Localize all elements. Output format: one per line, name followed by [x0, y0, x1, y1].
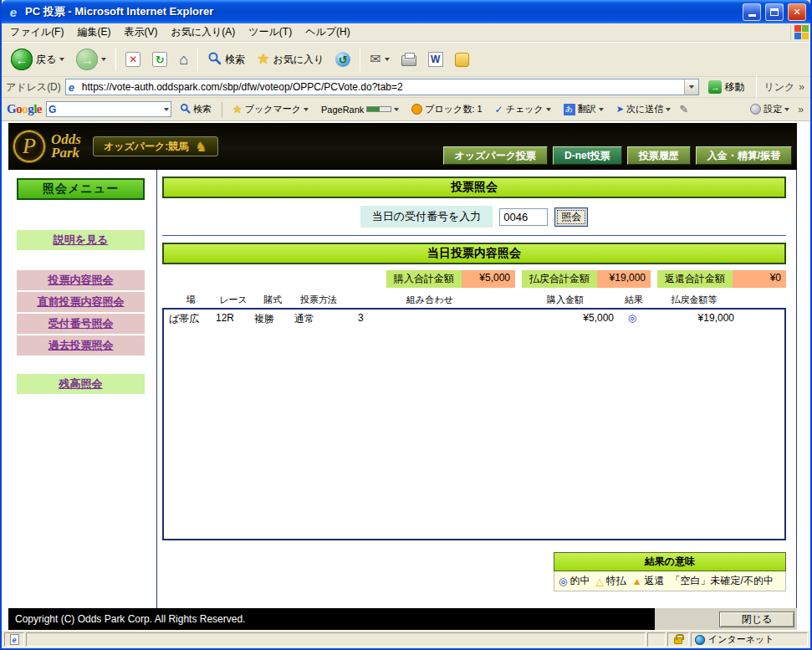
back-dropdown-icon[interactable] — [59, 58, 64, 61]
legend-hit-label: 的中 — [569, 574, 590, 588]
sidebar-item-recent-vote-detail[interactable]: 直前投票内容照会 — [17, 292, 145, 312]
google-search-dropdown-icon[interactable] — [164, 108, 169, 111]
address-input[interactable]: e https://vote-auth.oddspark.com/sbp/dfw… — [65, 79, 700, 95]
status-page-icon: e — [10, 634, 19, 645]
menu-edit[interactable]: 編集(E) — [70, 23, 117, 42]
address-dropdown-button[interactable] — [684, 79, 698, 95]
spellcheck-button[interactable]: ✓ チェック — [491, 100, 555, 118]
bookmarks-dropdown-icon[interactable] — [304, 108, 309, 111]
favorites-button[interactable]: ★ お気に入り — [252, 49, 329, 70]
cell-bet-type: 複勝 — [254, 312, 294, 326]
close-page-button[interactable]: 閉じる — [719, 612, 794, 627]
forward-button[interactable]: → — [71, 45, 111, 74]
titlebar[interactable]: e PC 投票 - Microsoft Internet Explorer ✕ — [2, 0, 810, 23]
bookmarks-label: ブックマーク — [245, 103, 301, 115]
mail-button[interactable]: ✉ — [365, 49, 394, 69]
settings-dropdown-icon[interactable] — [784, 108, 789, 111]
purchase-total: 購入合計金額 ¥5,000 — [386, 270, 515, 288]
links-label[interactable]: リンク — [763, 80, 794, 95]
send-to-button[interactable]: ➤ 次に送信 — [612, 100, 675, 118]
refresh-button[interactable]: ↻ — [147, 49, 172, 70]
home-icon: ⌂ — [179, 52, 188, 67]
go-button[interactable]: → 移動 — [703, 78, 749, 97]
pagerank-label: PageRank — [321, 105, 364, 115]
popup-blocker-button[interactable]: ブロック数: 1 — [407, 100, 486, 118]
edit-with-word-button[interactable]: W — [423, 49, 448, 70]
legend-refund-label: 返還 — [645, 574, 665, 588]
google-search-input[interactable]: G — [46, 101, 171, 117]
back-button[interactable]: ← 戻る — [6, 45, 69, 74]
restore-button[interactable] — [765, 3, 784, 21]
bookmark-star-icon: ★ — [232, 102, 243, 117]
spellcheck-dropdown-icon[interactable] — [546, 108, 551, 111]
status-message-segment — [26, 632, 646, 647]
send-dropdown-icon[interactable] — [666, 108, 671, 111]
menu-favorites[interactable]: お気に入り(A) — [164, 23, 242, 42]
cell-combination: 3 — [346, 312, 513, 326]
brand-name: Odds Park — [51, 133, 81, 160]
col-amount: 購入金額 — [515, 294, 615, 306]
translate-dropdown-icon[interactable] — [599, 108, 604, 111]
sidebar-item-balance[interactable]: 残高照会 — [17, 374, 145, 394]
bookmarks-button[interactable]: ★ ブックマーク — [228, 100, 313, 120]
stop-button[interactable]: ✕ — [120, 49, 146, 70]
table-row: ば帯広 12R 複勝 通常 3 ¥5,000 ◎ ¥19,000 — [169, 312, 779, 326]
status-security-segment — [667, 632, 689, 647]
nav-dnet-vote-button[interactable]: D-net投票 — [553, 146, 622, 165]
search-button[interactable]: 検索 — [202, 48, 250, 71]
sidebar-item-receipt-number[interactable]: 受付番号照会 — [17, 314, 145, 334]
purchase-total-value: ¥5,000 — [462, 270, 515, 288]
legend-title: 結果の意味 — [554, 552, 786, 571]
pagerank-dropdown-icon[interactable] — [394, 108, 399, 111]
legend-blank-label: 「空白」未確定/不的中 — [671, 574, 774, 588]
google-search-button[interactable]: 検索 — [176, 100, 216, 118]
print-icon — [401, 55, 416, 66]
google-search-label: 検索 — [193, 103, 212, 115]
purchase-total-label: 購入合計金額 — [386, 270, 462, 288]
menu-tools[interactable]: ツール(T) — [242, 23, 299, 42]
receipt-number-label: 当日の受付番号を入力 — [360, 206, 493, 228]
sidebar-title: 照会メニュー — [17, 178, 145, 200]
settings-button[interactable]: 設定 — [746, 100, 794, 118]
oddspark-brand: P Odds Park — [13, 131, 81, 162]
history-button[interactable]: ↺ — [330, 49, 355, 70]
site-nav: オッズパーク投票 D-net投票 投票履歴 入金・精算/振替 — [443, 146, 792, 165]
payout-total-label: 払戻合計金額 — [522, 270, 597, 288]
legend-hit-icon: ◎ — [559, 576, 567, 587]
highlighter-pen-icon[interactable]: ✎ — [679, 103, 688, 115]
links-chevron-icon[interactable]: » — [799, 81, 806, 93]
address-url[interactable]: https://vote-auth.oddspark.com/sbp/dfw/v… — [82, 81, 685, 93]
sidebar-item-help[interactable]: 説明を見る — [17, 230, 145, 250]
menu-help[interactable]: ヘルプ(H) — [299, 23, 357, 42]
cell-result: ◎ — [614, 312, 651, 326]
nav-vote-history-button[interactable]: 投票履歴 — [627, 146, 691, 165]
menu-file[interactable]: ファイル(F) — [3, 23, 70, 42]
status-progress-segment — [647, 632, 666, 647]
sidebar-item-vote-detail[interactable]: 投票内容照会 — [17, 270, 145, 290]
page-icon: e — [69, 81, 82, 94]
nav-oddspark-vote-button[interactable]: オッズパーク投票 — [443, 146, 548, 165]
forward-dropdown-icon[interactable] — [101, 58, 106, 61]
menu-view[interactable]: 表示(V) — [117, 23, 164, 42]
inquiry-submit-button[interactable]: 照会 — [554, 207, 588, 227]
messenger-button[interactable] — [450, 49, 474, 70]
vote-table: ば帯広 12R 複勝 通常 3 ¥5,000 ◎ ¥19,000 — [162, 308, 786, 540]
close-window-button[interactable]: ✕ — [788, 3, 806, 21]
sidebar-item-past-votes[interactable]: 過去投票照会 — [17, 335, 145, 356]
home-button[interactable]: ⌂ — [174, 49, 193, 70]
col-method: 投票方法 — [293, 294, 345, 306]
minimize-button[interactable] — [743, 3, 761, 21]
translate-button[interactable]: あ 翻訳 — [559, 100, 608, 118]
standard-toolbar: ← 戻る → ✕ ↻ ⌂ 検索 ★ お気に入り ↺ ✉ W — [2, 42, 810, 77]
nav-deposit-button[interactable]: 入金・精算/振替 — [696, 146, 792, 165]
mail-dropdown-icon[interactable] — [385, 58, 390, 61]
receipt-number-input[interactable] — [499, 208, 548, 226]
google-overflow-chevron-icon[interactable]: » — [798, 104, 805, 115]
search-label: 検索 — [225, 53, 245, 67]
send-to-label: 次に送信 — [626, 103, 663, 115]
refund-total: 返還合計金額 ¥0 — [657, 270, 786, 288]
pagerank-button[interactable]: PageRank — [317, 102, 403, 117]
forward-icon: → — [76, 49, 98, 70]
print-button[interactable] — [396, 49, 421, 69]
payout-total: 払戻合計金額 ¥19,000 — [522, 270, 651, 288]
